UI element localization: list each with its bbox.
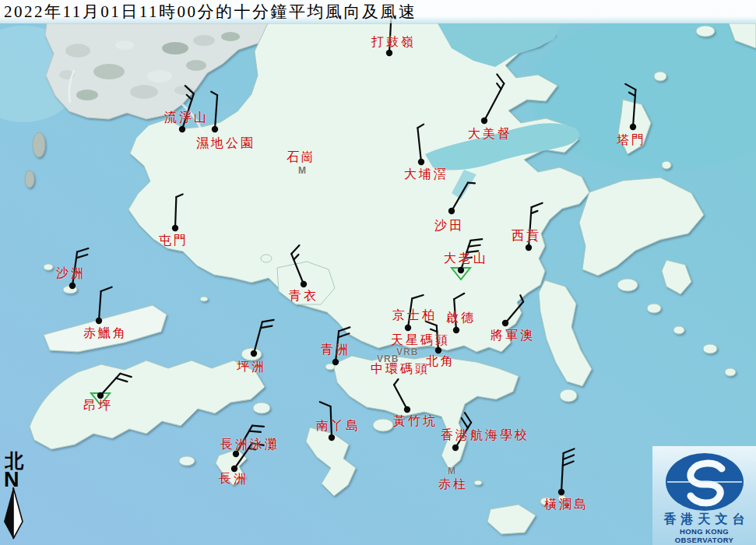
station-dot: [404, 406, 410, 413]
hko-logo-chinese: 香港天文台: [652, 512, 756, 528]
hko-logo-english: HONG KONG OBSERVATORY: [652, 527, 756, 544]
station-dot: [435, 347, 441, 353]
wind-barb: [394, 379, 410, 413]
station-dot: [386, 50, 392, 56]
wind-map-screen: 打鼓嶺流浮山濕地公園石崗M大埔滘大美督塔門沙田西貢大老山屯門沙洲赤鱲角青衣京士柏…: [0, 0, 756, 545]
station-dot: [458, 267, 464, 273]
wind-barb: [251, 320, 274, 357]
wind-barb: [452, 239, 482, 280]
map-title: 2022年11月01日11時00分的十分鐘平均風向及風速: [4, 1, 417, 23]
wind-barb: [405, 295, 424, 331]
station-dot: [233, 451, 239, 457]
wind-barb: [453, 294, 465, 333]
station-dot: [448, 208, 455, 214]
wind-barb: [172, 195, 183, 232]
wind-barb: [231, 443, 264, 472]
wind-barb: [233, 426, 264, 458]
station-dot: [97, 392, 104, 399]
wind-barb: [211, 92, 218, 132]
wind-barb: [69, 248, 89, 289]
wind-barb: [291, 245, 307, 287]
wind-barb: [179, 86, 194, 132]
wind-barb: [320, 402, 335, 441]
wind-barb: [332, 327, 350, 365]
wind-barb: [502, 295, 523, 326]
wind-barb: [91, 374, 132, 405]
wind-barb: [452, 413, 471, 451]
title-bar: 2022年11月01日11時00分的十分鐘平均風向及風速: [0, 0, 756, 23]
station-dot: [558, 489, 564, 495]
station-dot: [526, 244, 532, 251]
station-dot: [251, 350, 257, 357]
station-dot: [481, 118, 487, 124]
wind-barb: [448, 183, 475, 215]
station-dot: [452, 445, 459, 451]
station-dot: [96, 318, 102, 324]
station-dot: [502, 320, 508, 326]
station-dot: [329, 434, 335, 441]
station-dot: [212, 126, 218, 132]
station-dot: [332, 359, 339, 365]
north-label-latin: N: [4, 470, 33, 489]
wind-barb: [96, 287, 112, 324]
north-arrow-icon: [3, 487, 25, 540]
wind-barb: [417, 125, 424, 166]
station-dot: [405, 325, 411, 331]
wind-barb-layer: [0, 0, 756, 545]
station-dot: [301, 281, 307, 287]
station-dot: [172, 225, 178, 231]
wind-barb: [481, 74, 505, 124]
station-dot: [179, 126, 185, 132]
station-dot: [630, 124, 636, 130]
station-dot: [453, 327, 459, 333]
hko-logo-icon: [652, 446, 756, 512]
station-dot: [231, 466, 237, 472]
north-indicator: 北 N: [2, 452, 33, 545]
hko-logo: 香港天文台 HONG KONG OBSERVATORY: [652, 446, 756, 545]
wind-barb: [526, 203, 543, 251]
wind-barb: [558, 448, 575, 495]
wind-barb: [426, 322, 441, 353]
station-dot: [418, 159, 424, 165]
station-dot: [69, 283, 76, 289]
wind-barb: [625, 84, 636, 130]
